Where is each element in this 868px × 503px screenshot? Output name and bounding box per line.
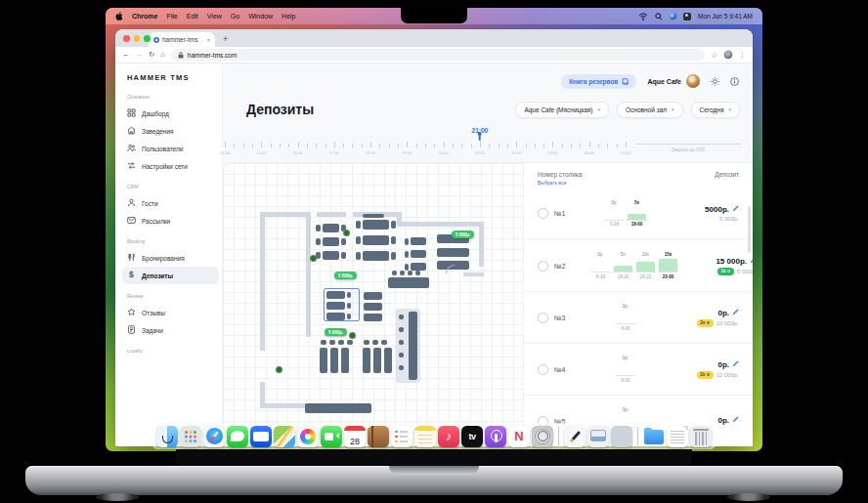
- close-window-button[interactable]: [123, 35, 130, 42]
- user-switch-icon[interactable]: [683, 13, 691, 21]
- placeholder-dock-icon[interactable]: [611, 426, 632, 447]
- menu-bar-clock[interactable]: Mon Jun 5 9:41 AM: [698, 13, 753, 20]
- window-controls[interactable]: [123, 35, 151, 42]
- menu-item-help[interactable]: Help: [282, 13, 295, 20]
- sidebar-item-dollar[interactable]: $Депозиты: [122, 267, 219, 284]
- sidebar-item-star[interactable]: Отзывы: [122, 304, 219, 321]
- maps-dock-icon[interactable]: [274, 426, 295, 447]
- minimize-window-button[interactable]: [134, 35, 141, 42]
- edit-pencil-icon[interactable]: [732, 360, 739, 369]
- sidebar-item-label: Гости: [142, 200, 158, 207]
- row-checkbox[interactable]: [538, 208, 548, 219]
- info-icon[interactable]: [730, 77, 739, 86]
- select-all-link[interactable]: Выбрать все: [538, 180, 582, 186]
- panel-scrollbar[interactable]: [748, 206, 751, 253]
- reload-button[interactable]: ↻: [149, 51, 154, 59]
- deposit-map-badge[interactable]: 5 000р.: [452, 231, 474, 238]
- sidebar-item-guest[interactable]: Гости: [122, 194, 219, 212]
- sidebar-item-mail[interactable]: Рассылки: [122, 212, 219, 230]
- timeline-tick: [598, 144, 599, 147]
- timeline-hour-label: 14:00: [220, 150, 230, 155]
- browser-profile-avatar[interactable]: [723, 50, 733, 60]
- bookmark-icon[interactable]: ☆: [711, 51, 717, 60]
- apple-logo-icon[interactable]: [115, 12, 123, 21]
- sidebar-item-restaurant[interactable]: Бронирования: [122, 249, 219, 267]
- search-icon[interactable]: [655, 13, 663, 21]
- hall-filter[interactable]: Основной зал▾: [617, 102, 683, 118]
- news-dock-icon[interactable]: [508, 426, 530, 447]
- finder-dock-icon[interactable]: [156, 426, 178, 447]
- date-filter[interactable]: Сегодня▾: [691, 102, 740, 118]
- messages-dock-icon[interactable]: [227, 426, 248, 447]
- menu-item-edit[interactable]: Edit: [187, 13, 198, 20]
- preview-dock-icon[interactable]: [564, 426, 586, 447]
- menu-item-file[interactable]: File: [166, 13, 177, 20]
- settings-dock-icon[interactable]: [532, 426, 553, 447]
- menu-item-go[interactable]: Go: [231, 13, 239, 20]
- launchpad-dock-icon[interactable]: [180, 426, 201, 447]
- mail-dock-icon[interactable]: [250, 426, 272, 447]
- tv-dock-icon[interactable]: [461, 426, 483, 447]
- folder-dock-icon[interactable]: [643, 426, 665, 447]
- back-button[interactable]: ←: [122, 51, 130, 59]
- notes-dock-icon[interactable]: [414, 426, 436, 447]
- photos-dock-icon[interactable]: [297, 426, 319, 447]
- app-logo[interactable]: HAMMER TMS: [127, 73, 214, 82]
- sidebar-item-tasks[interactable]: Задачи: [122, 321, 219, 339]
- deposit-table-row[interactable]: №30р.8-000р.2x10 000р.: [524, 291, 753, 343]
- zoom-window-button[interactable]: [144, 35, 151, 42]
- timeline-tick: [334, 142, 335, 147]
- home-button[interactable]: ⌂: [160, 51, 165, 59]
- close-tab-icon[interactable]: ×: [206, 37, 210, 43]
- edit-pencil-icon[interactable]: [732, 205, 739, 214]
- menu-item-chrome[interactable]: Chrome: [132, 13, 157, 20]
- reminders-dock-icon[interactable]: [391, 426, 412, 447]
- deposit-map-badge[interactable]: 5 000р.: [325, 328, 347, 336]
- deposit-table-row[interactable]: №40р.8-000р.2x10 000р.: [524, 343, 753, 395]
- table-column-header: Номер столика: [538, 171, 582, 178]
- browser-tab[interactable]: hammer-tms ×: [149, 32, 215, 47]
- sidebar-item-building[interactable]: Заведения: [122, 122, 219, 140]
- floor-plan-map[interactable]: 5 000р.5 000р.5 000р.: [223, 163, 523, 446]
- browser-menu-icon[interactable]: ⋮: [739, 51, 746, 59]
- screenshot-dock-icon[interactable]: [587, 426, 609, 447]
- contacts-dock-icon[interactable]: [368, 426, 389, 447]
- edit-pencil-icon[interactable]: [732, 416, 739, 425]
- menu-item-view[interactable]: View: [207, 13, 222, 20]
- current-time-marker[interactable]: 21:00: [472, 127, 489, 141]
- sidebar-item-dashboard[interactable]: Дашборд: [122, 105, 219, 122]
- deposit-table-row[interactable]: №10р.9-185x18-005000р.5 000р.: [524, 188, 753, 239]
- edit-pencil-icon[interactable]: [750, 257, 753, 266]
- time-slider[interactable]: 14:0015:0016:0017:0018:0019:0020:0021:00…: [223, 126, 753, 163]
- segment-bar: [614, 266, 631, 272]
- trash-dock-icon[interactable]: [690, 426, 712, 447]
- theme-toggle-icon[interactable]: [711, 77, 719, 86]
- row-right: 0р.2x10 000р.: [665, 360, 739, 379]
- new-tab-button[interactable]: +: [223, 35, 228, 44]
- document-dock-icon[interactable]: [667, 426, 688, 447]
- edit-pencil-icon[interactable]: [732, 309, 739, 317]
- podcasts-dock-icon[interactable]: [485, 426, 506, 447]
- sidebar-item-users[interactable]: Пользователи: [122, 140, 219, 157]
- calendar-dock-icon[interactable]: [344, 426, 366, 447]
- row-occupancy-chart: 0р.8-00: [590, 356, 661, 383]
- deposit-map-badge[interactable]: 5 000р.: [334, 272, 357, 279]
- row-checkbox[interactable]: [538, 261, 548, 272]
- venue-filter[interactable]: Aque Cafe (Мясницкая)▾: [515, 102, 609, 118]
- safari-dock-icon[interactable]: [203, 426, 225, 447]
- facetime-dock-icon[interactable]: [321, 426, 342, 447]
- row-checkbox[interactable]: [538, 313, 548, 323]
- forward-button[interactable]: →: [136, 51, 144, 59]
- reserve-book-button[interactable]: Книга резервов: [561, 74, 636, 89]
- account-menu[interactable]: Aque Cafe: [647, 74, 700, 88]
- wifi-icon[interactable]: [638, 13, 648, 21]
- address-bar[interactable]: hammer-tms.com: [171, 49, 705, 61]
- sidebar-item-network[interactable]: Настройки сети: [122, 157, 219, 175]
- deposit-table-row[interactable]: №20р.8-185x18-2010x20-2215x22-0015 000р.…: [524, 239, 753, 291]
- row-checkbox[interactable]: [538, 364, 548, 375]
- timeline-tick: [298, 142, 299, 147]
- music-dock-icon[interactable]: [438, 426, 459, 447]
- menu-item-window[interactable]: Window: [248, 13, 273, 20]
- segment-bar-area: [613, 258, 633, 272]
- siri-icon[interactable]: [670, 13, 676, 20]
